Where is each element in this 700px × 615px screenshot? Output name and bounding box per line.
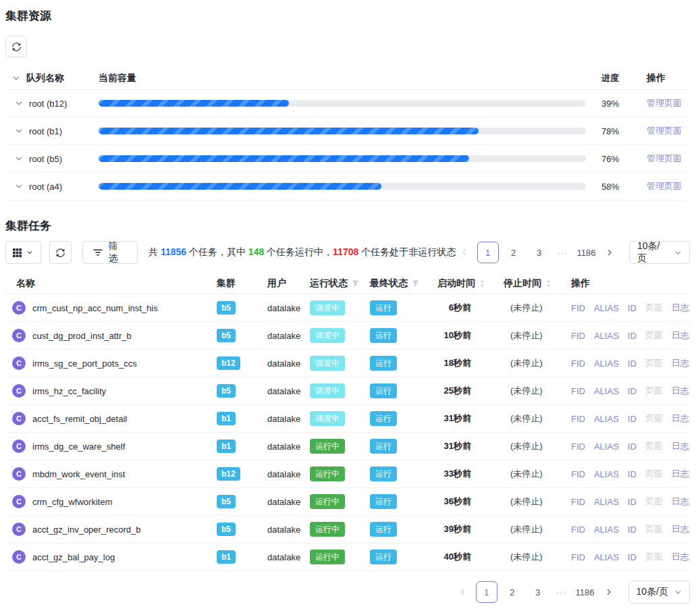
alias-link[interactable]: ALIAS <box>594 497 619 507</box>
fid-link[interactable]: FID <box>571 358 585 369</box>
fid-link[interactable]: FID <box>571 331 585 341</box>
collapse-all-queues-icon[interactable] <box>12 74 20 82</box>
final-status-filter-icon[interactable] <box>412 279 419 287</box>
log-link[interactable]: 日志 <box>672 357 689 369</box>
column-settings-button[interactable] <box>5 241 41 264</box>
page-link[interactable]: 页面 <box>645 523 663 535</box>
next-page-button[interactable] <box>601 242 618 263</box>
id-link[interactable]: ID <box>628 386 637 396</box>
fid-link[interactable]: FID <box>571 469 585 479</box>
page-button-2[interactable]: 2 <box>502 581 523 603</box>
page-ellipsis[interactable]: ··· <box>553 587 570 597</box>
alias-link[interactable]: ALIAS <box>594 303 619 313</box>
fid-link[interactable]: FID <box>571 442 585 452</box>
task-row: C irms_hz_cc_facility b5 datalake 调度中 运行… <box>5 377 690 405</box>
page-link[interactable]: 页面 <box>645 357 663 369</box>
task-row: C irms_dg_ce_ware_shelf b1 datalake 运行中 … <box>5 433 690 460</box>
alias-link[interactable]: ALIAS <box>594 358 619 369</box>
log-link[interactable]: 日志 <box>672 412 689 425</box>
fid-link[interactable]: FID <box>571 414 585 424</box>
page-button-2[interactable]: 2 <box>503 242 524 263</box>
log-link[interactable]: 日志 <box>672 440 689 452</box>
start-time-sorter-icon[interactable] <box>479 279 485 288</box>
alias-link[interactable]: ALIAS <box>594 386 619 396</box>
page-link[interactable]: 页面 <box>645 496 663 508</box>
filter-button-label: 筛选 <box>108 240 127 265</box>
final-status-badge: 运行 <box>370 328 397 343</box>
page-link[interactable]: 页面 <box>645 385 663 397</box>
log-link[interactable]: 日志 <box>672 385 689 397</box>
capacity-progress-fill <box>99 155 469 162</box>
log-link[interactable]: 日志 <box>672 551 689 563</box>
task-user: datalake <box>267 386 310 396</box>
alias-link[interactable]: ALIAS <box>594 552 619 562</box>
page-size-select[interactable]: 10条/页 <box>628 581 690 604</box>
fid-link[interactable]: FID <box>571 525 585 535</box>
id-link[interactable]: ID <box>628 525 637 535</box>
id-link[interactable]: ID <box>628 331 637 341</box>
page-button-3[interactable]: 3 <box>529 242 550 263</box>
run-status-filter-icon[interactable] <box>352 279 359 287</box>
refresh-icon <box>55 248 65 258</box>
next-page-button[interactable] <box>600 581 618 603</box>
expand-queue-icon[interactable] <box>15 127 23 135</box>
fid-link[interactable]: FID <box>571 552 585 562</box>
task-avatar: C <box>12 550 26 564</box>
page-link[interactable]: 页面 <box>645 412 663 425</box>
expand-queue-icon[interactable] <box>15 99 23 107</box>
prev-page-button[interactable] <box>454 581 472 603</box>
pagination-top: 1 2 3 ··· 1186 10条/页 <box>456 241 690 264</box>
run-status-badge: 运行中 <box>310 550 345 564</box>
page-button-1[interactable]: 1 <box>477 242 499 263</box>
page-link[interactable]: 页面 <box>645 329 663 342</box>
page-button-last[interactable]: 1186 <box>576 242 597 263</box>
expand-queue-icon[interactable] <box>15 155 23 163</box>
log-link[interactable]: 日志 <box>672 302 689 314</box>
fid-link[interactable]: FID <box>571 497 585 507</box>
refresh-tasks-button[interactable] <box>49 241 72 264</box>
log-link[interactable]: 日志 <box>672 496 689 508</box>
filter-button[interactable]: 筛选 <box>82 241 138 264</box>
id-link[interactable]: ID <box>628 469 637 479</box>
page-size-select[interactable]: 10条/页 <box>629 241 690 264</box>
log-link[interactable]: 日志 <box>672 468 689 480</box>
log-link[interactable]: 日志 <box>672 523 689 535</box>
page-link[interactable]: 页面 <box>645 302 663 314</box>
alias-link[interactable]: ALIAS <box>594 469 619 479</box>
alias-link[interactable]: ALIAS <box>594 525 619 535</box>
pagination-bottom: 1 2 3 ··· 1186 10条/页 <box>454 581 690 604</box>
id-link[interactable]: ID <box>628 358 637 369</box>
capacity-progress-fill <box>99 128 479 134</box>
queue-row: root (b5) 76% 管理页面 <box>5 145 690 173</box>
id-link[interactable]: ID <box>628 303 637 313</box>
fid-link[interactable]: FID <box>571 386 585 396</box>
refresh-resources-button[interactable] <box>5 36 27 57</box>
manage-page-link[interactable]: 管理页面 <box>647 98 682 108</box>
id-link[interactable]: ID <box>628 497 637 507</box>
id-link[interactable]: ID <box>628 414 637 424</box>
stop-time-sorter-icon[interactable] <box>545 279 551 288</box>
expand-queue-icon[interactable] <box>15 182 23 190</box>
prev-page-button[interactable] <box>456 242 473 263</box>
page-button-3[interactable]: 3 <box>527 581 549 603</box>
manage-page-link[interactable]: 管理页面 <box>647 126 682 136</box>
page-button-last[interactable]: 1186 <box>574 581 596 603</box>
page-button-1[interactable]: 1 <box>476 581 497 603</box>
task-stop-time: (未停止) <box>504 440 571 452</box>
page-link[interactable]: 页面 <box>645 551 663 563</box>
alias-link[interactable]: ALIAS <box>594 442 619 452</box>
capacity-progress-bar <box>99 155 586 162</box>
pagination-bottom-row: 1 2 3 ··· 1186 10条/页 <box>5 581 690 604</box>
page-link[interactable]: 页面 <box>645 468 663 480</box>
manage-page-link[interactable]: 管理页面 <box>647 153 682 163</box>
page-ellipsis[interactable]: ··· <box>554 248 572 258</box>
log-link[interactable]: 日志 <box>672 329 689 342</box>
fid-link[interactable]: FID <box>571 303 585 313</box>
id-link[interactable]: ID <box>628 552 637 562</box>
final-status-badge: 运行 <box>370 411 397 426</box>
alias-link[interactable]: ALIAS <box>594 331 619 341</box>
id-link[interactable]: ID <box>628 442 637 452</box>
alias-link[interactable]: ALIAS <box>594 414 619 424</box>
manage-page-link[interactable]: 管理页面 <box>647 181 682 191</box>
page-link[interactable]: 页面 <box>645 440 663 452</box>
